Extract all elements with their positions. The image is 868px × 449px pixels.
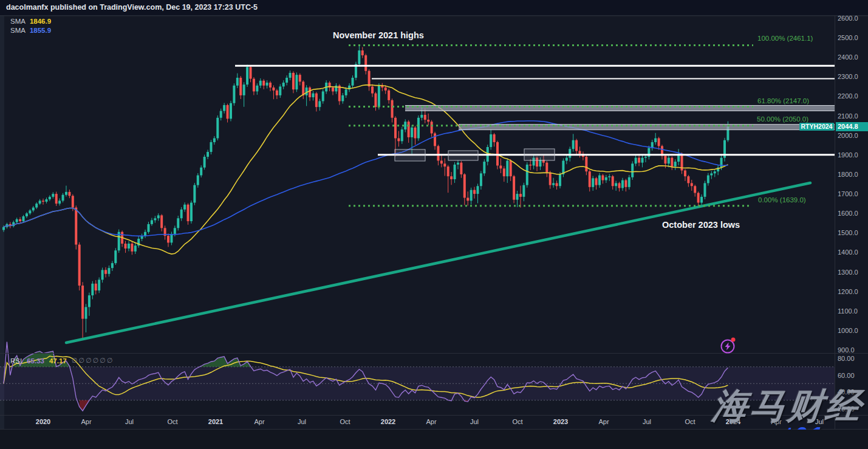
candle-body [177, 218, 179, 228]
time-axis-label: Apr [598, 418, 609, 425]
fib-level-label: 50.00% (2050.0) [757, 115, 808, 123]
candle-body [292, 73, 295, 89]
rsi-empty-glyph: ∅ [100, 357, 106, 364]
candle-body [230, 103, 232, 119]
candle-body [569, 149, 571, 157]
candle-body [259, 81, 262, 86]
rsi-empty-glyph: ∅ [78, 357, 84, 364]
highlight-box [448, 151, 478, 160]
candle-body [427, 120, 429, 122]
candle-body [431, 122, 433, 133]
price-axis-label: 2200.0 [838, 92, 858, 100]
candle-body [549, 173, 552, 185]
candle-body [437, 146, 439, 160]
rsi-ma-value: 47.17 [49, 357, 67, 365]
candle-body [42, 201, 44, 202]
candle-body [493, 134, 496, 142]
time-axis-label: Oct [340, 418, 350, 425]
sma2-value: 1855.9 [30, 27, 51, 34]
candle-body [638, 158, 640, 163]
candle-body [401, 129, 403, 141]
candle-body [460, 163, 462, 174]
annotation-october-2023-lows: October 2023 lows [662, 220, 740, 230]
candle-body [183, 205, 186, 210]
time-axis-label: Apr [426, 418, 436, 425]
candle-body [52, 194, 54, 197]
candle-body [641, 158, 643, 163]
footer-bar: TradingView [0, 430, 868, 449]
price-axis-label: 1100.0 [838, 307, 858, 315]
candle-body [510, 160, 512, 176]
candle-body [598, 176, 601, 185]
candle-body [414, 128, 417, 139]
candle-body [463, 174, 466, 198]
candle-body [391, 100, 394, 118]
candle-body [35, 204, 38, 207]
candle-body [539, 160, 541, 166]
tradingview-chart-page: dacolmanfx published on TradingView.com,… [0, 0, 868, 449]
price-axis-label: 1000.0 [838, 327, 858, 334]
candle-body [45, 199, 47, 202]
sma-legend-row-2[interactable]: SMA1855.9 [10, 27, 51, 34]
candle-body [134, 245, 137, 252]
candle-body [88, 295, 91, 307]
notification-dot [731, 338, 736, 342]
candle-body [694, 186, 696, 193]
rsi-legend-row[interactable]: RSI 65.33 47.17 ∅∅∅∅∅∅ [10, 357, 114, 365]
candle-body [19, 219, 21, 221]
candle-body [691, 183, 693, 186]
candle-body [513, 176, 515, 200]
candle-body [506, 160, 508, 176]
candle-body [26, 213, 28, 216]
candle-body [700, 197, 703, 203]
symbol-tag: RTYH2024 [799, 123, 834, 131]
candle-body [522, 185, 525, 197]
candle-body [174, 228, 176, 234]
time-axis-label: Jul [125, 418, 134, 425]
time-axis-label: Apr [254, 418, 264, 425]
candle-body [236, 78, 239, 86]
candle-body [282, 83, 285, 86]
candle-body [519, 194, 522, 197]
candle-body [306, 87, 308, 95]
candle-body [243, 84, 245, 95]
candle-body [526, 165, 528, 185]
candle-body [193, 185, 196, 203]
candle-body [424, 115, 426, 120]
candle-body [246, 67, 248, 84]
candle-body [289, 73, 292, 78]
candle-body [302, 81, 304, 95]
candle-body [108, 268, 110, 274]
candle-body [266, 83, 268, 86]
candle-body [65, 192, 67, 195]
candle-body [216, 118, 219, 139]
fib-level-label: 0.00% (1639.0) [758, 196, 806, 204]
candle-body [720, 158, 723, 168]
price-axis-label: 2500.0 [838, 34, 858, 41]
candle-body [671, 158, 673, 166]
price-axis-label: 1800.0 [838, 171, 858, 178]
candle-body [29, 210, 31, 213]
candle-body [703, 183, 706, 196]
candle-body [55, 194, 58, 204]
candle-body [58, 201, 61, 204]
candle-body [131, 244, 133, 252]
candle-body [434, 134, 436, 146]
candle-body [624, 180, 627, 187]
candle-body [256, 86, 258, 92]
rsi-empty-glyph: ∅ [107, 357, 113, 364]
sma-legend-row-1[interactable]: SMA1846.9 [10, 18, 51, 25]
candle-body [658, 139, 660, 146]
price-axis-label: 1200.0 [838, 288, 858, 295]
candle-body [450, 176, 453, 179]
sma2-label: SMA [10, 27, 26, 34]
candle-body [559, 174, 561, 186]
candle-body [480, 173, 482, 186]
fib-level-label: 61.80% (2147.0) [757, 97, 809, 105]
candle-body [312, 94, 314, 97]
candle-body [338, 86, 341, 101]
candle-body [335, 86, 337, 92]
ascending-trendline [66, 183, 810, 343]
candle-body [371, 86, 374, 93]
price-axis-label: 2000.0 [838, 132, 858, 139]
